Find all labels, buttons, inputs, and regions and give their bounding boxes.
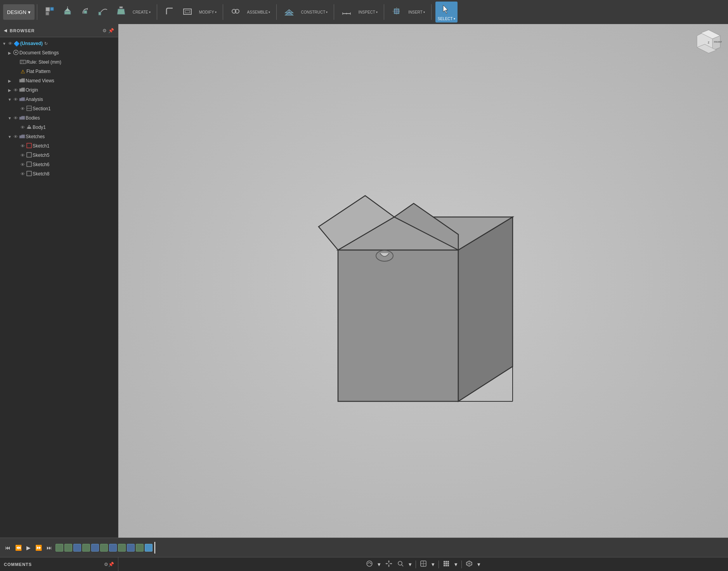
- comments-pin-button[interactable]: 📌: [108, 562, 114, 567]
- named-views-label: Named Views: [26, 78, 54, 83]
- offset-plane-button[interactable]: [281, 2, 298, 23]
- body1-item[interactable]: ▶ 👁 Body1: [0, 123, 118, 132]
- inspect-dropdown-button[interactable]: INSPECT ▾: [356, 2, 380, 23]
- construct-dropdown-button[interactable]: CONSTRUCT ▾: [298, 2, 330, 23]
- sketches-item[interactable]: ▼ 👁 Sketches: [0, 132, 118, 141]
- viewport[interactable]: Z FRONT: [118, 24, 728, 538]
- timeline-tick-10[interactable]: [136, 544, 144, 552]
- modify-dropdown-button[interactable]: MODIFY ▾: [197, 2, 219, 23]
- sweep-button[interactable]: [95, 2, 112, 23]
- timeline-first-button[interactable]: ⏮: [4, 543, 12, 552]
- sketches-toggle[interactable]: ▼: [7, 135, 12, 139]
- pan-tool-button[interactable]: [384, 559, 394, 569]
- loft-button[interactable]: [113, 2, 130, 23]
- timeline: ⏮ ⏪ ▶ ⏩ ⏭: [0, 538, 728, 557]
- nav-cube[interactable]: Z FRONT: [693, 28, 724, 59]
- comments-settings-button[interactable]: ⚙: [104, 562, 108, 567]
- collapse-arrow[interactable]: ◀: [4, 28, 7, 33]
- document-settings-item[interactable]: ▶ Document Settings: [0, 48, 118, 57]
- bodies-toggle[interactable]: ▼: [7, 116, 12, 120]
- named-views-item[interactable]: ▶ Named Views: [0, 76, 118, 85]
- new-component-button[interactable]: [41, 2, 58, 23]
- fillet-button[interactable]: [161, 2, 178, 23]
- body1-eye[interactable]: 👁: [19, 125, 26, 130]
- create-label-button[interactable]: CREATE ▾: [130, 2, 153, 23]
- bodies-label: Bodies: [26, 115, 40, 121]
- insert-dropdown-button[interactable]: INSERT ▾: [406, 2, 427, 23]
- root-vis-eye[interactable]: 👁: [7, 41, 13, 46]
- timeline-tick-7[interactable]: [109, 544, 117, 552]
- timeline-next-button[interactable]: ⏩: [34, 543, 43, 552]
- section1-item[interactable]: ▶ 👁 Section1: [0, 104, 118, 113]
- rule-item[interactable]: ▶ Rule: Steel (mm): [0, 57, 118, 67]
- origin-toggle[interactable]: ▶: [7, 88, 12, 92]
- joint-button[interactable]: [227, 2, 244, 23]
- toolbar-group-create: CREATE ▾: [40, 2, 154, 23]
- origin-item[interactable]: ▶ 👁 Origin: [0, 85, 118, 95]
- sketch8-eye[interactable]: 👁: [19, 172, 26, 176]
- sketch5-item[interactable]: ▶ 👁 Sketch5: [0, 151, 118, 160]
- timeline-play-button[interactable]: ▶: [25, 543, 32, 552]
- display-mode-button[interactable]: [418, 559, 428, 569]
- svg-rect-28: [20, 60, 26, 64]
- design-menu-button[interactable]: DESIGN ▾: [3, 4, 35, 20]
- grid-button[interactable]: [441, 559, 451, 569]
- tree-root-item[interactable]: ▼ 👁 🔷 (Unsaved) ↻: [0, 39, 118, 48]
- display-dropdown-button[interactable]: ▾: [430, 560, 436, 569]
- sketch8-item[interactable]: ▶ 👁 Sketch8: [0, 169, 118, 179]
- root-item-name: (Unsaved): [20, 41, 43, 46]
- section1-eye[interactable]: 👁: [19, 106, 26, 111]
- timeline-tick-9[interactable]: [127, 544, 135, 552]
- analysis-toggle[interactable]: ▼: [7, 97, 12, 102]
- timeline-tick-4[interactable]: [82, 544, 90, 552]
- doc-settings-toggle[interactable]: ▶: [7, 51, 12, 55]
- browser-icon-group: ⚙ 📌: [102, 28, 114, 33]
- root-refresh-icon[interactable]: ↻: [44, 41, 48, 46]
- sketch6-eye[interactable]: 👁: [19, 162, 26, 167]
- svg-marker-62: [388, 566, 390, 567]
- revolve-button[interactable]: [77, 2, 94, 23]
- root-collapse-toggle[interactable]: ▼: [2, 42, 7, 46]
- timeline-tick-2[interactable]: [64, 544, 72, 552]
- shell-button[interactable]: [179, 2, 196, 23]
- origin-eye[interactable]: 👁: [12, 88, 19, 92]
- flat-pattern-item[interactable]: ▶ ⚠ Flat Pattern: [0, 67, 118, 76]
- extrude-button[interactable]: [59, 2, 76, 23]
- sketch6-item[interactable]: ▶ 👁 Sketch6: [0, 160, 118, 169]
- browser-settings-button[interactable]: ⚙: [102, 28, 107, 33]
- timeline-tick-11[interactable]: [145, 544, 153, 552]
- orbit-tool-button[interactable]: [364, 559, 374, 569]
- measure-button[interactable]: [338, 2, 355, 23]
- sketches-eye[interactable]: 👁: [12, 134, 19, 139]
- analysis-item[interactable]: ▼ 👁 Analysis: [0, 95, 118, 104]
- timeline-tick-8[interactable]: [118, 544, 126, 552]
- sketch5-eye[interactable]: 👁: [19, 153, 26, 158]
- view-cube-button[interactable]: [464, 559, 474, 569]
- named-views-toggle[interactable]: ▶: [7, 79, 12, 83]
- bodies-item[interactable]: ▼ 👁 Bodies: [0, 113, 118, 123]
- zoom-dropdown-button[interactable]: ▾: [407, 560, 413, 569]
- timeline-tick-5[interactable]: [91, 544, 99, 552]
- orbit-dropdown-button[interactable]: ▾: [376, 560, 382, 569]
- analysis-eye[interactable]: 👁: [12, 97, 19, 102]
- construct-label: CONSTRUCT ▾: [301, 10, 328, 14]
- timeline-tick-6[interactable]: [100, 544, 108, 552]
- bodies-eye[interactable]: 👁: [12, 116, 19, 120]
- nav-cube-svg[interactable]: Z FRONT: [693, 28, 724, 59]
- toolbar-group-assemble: ASSEMBLE ▾: [225, 2, 274, 23]
- timeline-prev-button[interactable]: ⏪: [14, 543, 23, 552]
- browser-pin-button[interactable]: 📌: [108, 28, 114, 33]
- assemble-dropdown-button[interactable]: ASSEMBLE ▾: [245, 2, 273, 23]
- select-label: SELECT ▾: [438, 17, 455, 21]
- timeline-tick-1[interactable]: [55, 544, 63, 552]
- grid-dropdown-button[interactable]: ▾: [453, 560, 459, 569]
- timeline-last-button[interactable]: ⏭: [45, 543, 53, 552]
- zoom-fit-button[interactable]: [395, 559, 406, 569]
- select-button[interactable]: SELECT ▾: [435, 2, 458, 23]
- sketch1-item[interactable]: ▶ 👁 Sketch1: [0, 141, 118, 151]
- view-options-dropdown-button[interactable]: ▾: [476, 560, 482, 569]
- sketch1-eye[interactable]: 👁: [19, 144, 26, 148]
- timeline-tick-3[interactable]: [73, 544, 81, 552]
- flat-pattern-label: Flat Pattern: [26, 69, 50, 74]
- insert-mesh-button[interactable]: [388, 2, 405, 23]
